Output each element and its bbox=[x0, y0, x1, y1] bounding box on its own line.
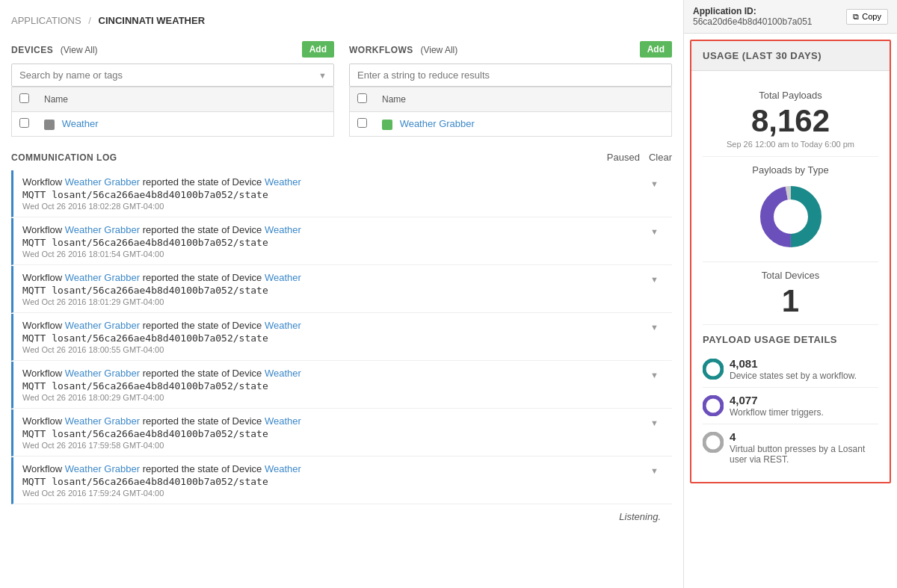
app-id-bar: Application ID: 56ca20d6e4b8d40100b7a051… bbox=[684, 0, 897, 34]
log-device-link[interactable]: Weather bbox=[265, 272, 301, 283]
log-timestamp: Wed Oct 26 2016 17:59:24 GMT-04:00 bbox=[22, 489, 644, 498]
comm-log-clear[interactable]: Clear bbox=[649, 152, 672, 163]
log-device-link[interactable]: Weather bbox=[265, 320, 301, 331]
log-workflow-link[interactable]: Weather Grabber bbox=[65, 224, 140, 235]
workflows-search-input[interactable] bbox=[349, 64, 672, 87]
log-expand-icon[interactable]: ▼ bbox=[644, 368, 665, 383]
total-payloads-value: 8,162 bbox=[703, 105, 878, 137]
workflows-search-wrap bbox=[349, 64, 672, 87]
log-workflow-link[interactable]: Weather Grabber bbox=[65, 368, 140, 379]
device-name-cell: Weather bbox=[37, 112, 334, 137]
log-expand-icon[interactable]: ▼ bbox=[644, 224, 665, 239]
log-expand-icon[interactable]: ▼ bbox=[644, 320, 665, 335]
app-id-label: Application ID: bbox=[693, 6, 813, 16]
workflow-checkbox[interactable] bbox=[357, 118, 367, 128]
log-timestamp: Wed Oct 26 2016 18:02:28 GMT-04:00 bbox=[22, 202, 644, 211]
payload-detail-item: 4 Virtual button presses by a Losant use… bbox=[703, 424, 878, 471]
total-devices-value: 1 bbox=[703, 285, 878, 317]
status-text: Listening. bbox=[619, 511, 661, 522]
devices-section: DEVICES (View All) Add ▼ Name bbox=[11, 41, 334, 137]
svg-point-4 bbox=[774, 200, 807, 233]
devices-table: Name Weather bbox=[11, 87, 334, 137]
workflows-select-all[interactable] bbox=[357, 93, 367, 103]
log-expand-icon[interactable]: ▼ bbox=[644, 415, 665, 430]
log-timestamp: Wed Oct 26 2016 18:01:29 GMT-04:00 bbox=[22, 297, 644, 306]
payload-detail-value: 4,077 bbox=[730, 394, 824, 406]
log-timestamp: Wed Oct 26 2016 18:00:55 GMT-04:00 bbox=[22, 345, 644, 354]
usage-header: USAGE (LAST 30 DAYS) bbox=[691, 41, 890, 71]
log-workflow-link[interactable]: Weather Grabber bbox=[65, 176, 140, 188]
workflow-name-cell: Weather Grabber bbox=[374, 112, 672, 137]
payload-type-icon bbox=[703, 432, 724, 453]
device-icon bbox=[44, 120, 55, 130]
svg-point-10 bbox=[709, 438, 718, 447]
comm-log-title: COMMUNICATION LOG bbox=[11, 152, 117, 163]
breadcrumb-current: CINCINNATI WEATHER bbox=[99, 15, 206, 26]
log-device-link[interactable]: Weather bbox=[265, 224, 301, 235]
log-line1: Workflow Weather Grabber reported the st… bbox=[22, 368, 644, 379]
device-name-link[interactable]: Weather bbox=[62, 118, 99, 129]
comm-log-pause[interactable]: Paused bbox=[607, 152, 640, 163]
log-timestamp: Wed Oct 26 2016 18:00:29 GMT-04:00 bbox=[22, 393, 644, 402]
workflows-view-all[interactable]: (View All) bbox=[420, 45, 457, 55]
payload-details-list: 4,081 Device states set by a workflow. 4… bbox=[703, 351, 878, 471]
svg-point-6 bbox=[709, 365, 718, 374]
total-payloads-label: Total Payloads bbox=[703, 90, 878, 101]
workflow-icon bbox=[382, 120, 392, 130]
comm-log-section: COMMUNICATION LOG Paused Clear Workflow … bbox=[11, 152, 672, 504]
copy-button[interactable]: ⧉ Copy bbox=[846, 9, 888, 25]
log-device-link[interactable]: Weather bbox=[265, 368, 301, 379]
workflows-col-name: Name bbox=[374, 87, 672, 112]
list-item: Workflow Weather Grabber reported the st… bbox=[11, 218, 672, 265]
devices-search-input[interactable] bbox=[11, 64, 334, 87]
total-devices-section: Total Devices 1 bbox=[703, 262, 878, 325]
log-device-link[interactable]: Weather bbox=[265, 176, 301, 188]
log-timestamp: Wed Oct 26 2016 18:01:54 GMT-04:00 bbox=[22, 250, 644, 259]
table-row: Weather bbox=[12, 112, 334, 137]
log-workflow-link[interactable]: Weather Grabber bbox=[65, 272, 140, 283]
list-item: Workflow Weather Grabber reported the st… bbox=[11, 457, 672, 504]
log-device-link[interactable]: Weather bbox=[265, 415, 301, 427]
row-checkbox bbox=[12, 112, 37, 137]
status-bar: Listening. bbox=[11, 505, 672, 528]
payloads-type-label: Payloads by Type bbox=[703, 164, 878, 176]
log-workflow-link[interactable]: Weather Grabber bbox=[65, 463, 140, 474]
workflows-section: WORKFLOWS (View All) Add Name bbox=[349, 41, 672, 137]
payload-detail-value: 4,081 bbox=[730, 357, 857, 370]
workflows-add-button[interactable]: Add bbox=[640, 41, 672, 58]
log-line1: Workflow Weather Grabber reported the st… bbox=[22, 272, 644, 283]
devices-select-all[interactable] bbox=[19, 93, 29, 103]
devices-add-button[interactable]: Add bbox=[302, 41, 334, 58]
log-expand-icon[interactable]: ▼ bbox=[644, 176, 665, 191]
payload-detail-text: 4,077 Workflow timer triggers. bbox=[730, 394, 824, 418]
breadcrumb-prefix[interactable]: APPLICATIONS bbox=[11, 15, 81, 26]
log-device-link[interactable]: Weather bbox=[265, 463, 301, 474]
log-workflow-link[interactable]: Weather Grabber bbox=[65, 320, 140, 331]
device-checkbox[interactable] bbox=[19, 118, 29, 128]
payload-detail-desc: Virtual button presses by a Losant user … bbox=[730, 444, 878, 465]
payload-detail-item: 4,077 Workflow timer triggers. bbox=[703, 388, 878, 424]
log-line2: MQTT losant/56ca266ae4b8d40100b7a052/sta… bbox=[22, 237, 644, 248]
log-line1: Workflow Weather Grabber reported the st… bbox=[22, 176, 644, 188]
log-expand-icon[interactable]: ▼ bbox=[644, 272, 665, 287]
log-line1: Workflow Weather Grabber reported the st… bbox=[22, 415, 644, 427]
list-item: Workflow Weather Grabber reported the st… bbox=[11, 266, 672, 313]
log-line2: MQTT losant/56ca266ae4b8d40100b7a052/sta… bbox=[22, 428, 644, 439]
log-workflow-link[interactable]: Weather Grabber bbox=[65, 415, 140, 427]
app-id-value: 56ca20d6e4b8d40100b7a051 bbox=[693, 16, 813, 27]
log-line1: Workflow Weather Grabber reported the st… bbox=[22, 224, 644, 235]
devices-view-all[interactable]: (View All) bbox=[61, 45, 98, 55]
svg-point-8 bbox=[709, 401, 718, 410]
total-payloads-date: Sep 26 12:00 am to Today 6:00 pm bbox=[703, 140, 878, 149]
log-line1: Workflow Weather Grabber reported the st… bbox=[22, 320, 644, 331]
copy-icon: ⧉ bbox=[853, 12, 859, 22]
workflows-col-checkbox bbox=[350, 87, 375, 112]
log-line2: MQTT losant/56ca266ae4b8d40100b7a052/sta… bbox=[22, 332, 644, 344]
list-item: Workflow Weather Grabber reported the st… bbox=[11, 409, 672, 457]
log-expand-icon[interactable]: ▼ bbox=[644, 463, 665, 478]
row-checkbox bbox=[350, 112, 375, 137]
copy-label: Copy bbox=[862, 12, 881, 21]
workflow-name-link[interactable]: Weather Grabber bbox=[400, 118, 475, 129]
payloads-type-section: Payloads by Type bbox=[703, 157, 878, 262]
payload-type-icon bbox=[703, 359, 724, 380]
